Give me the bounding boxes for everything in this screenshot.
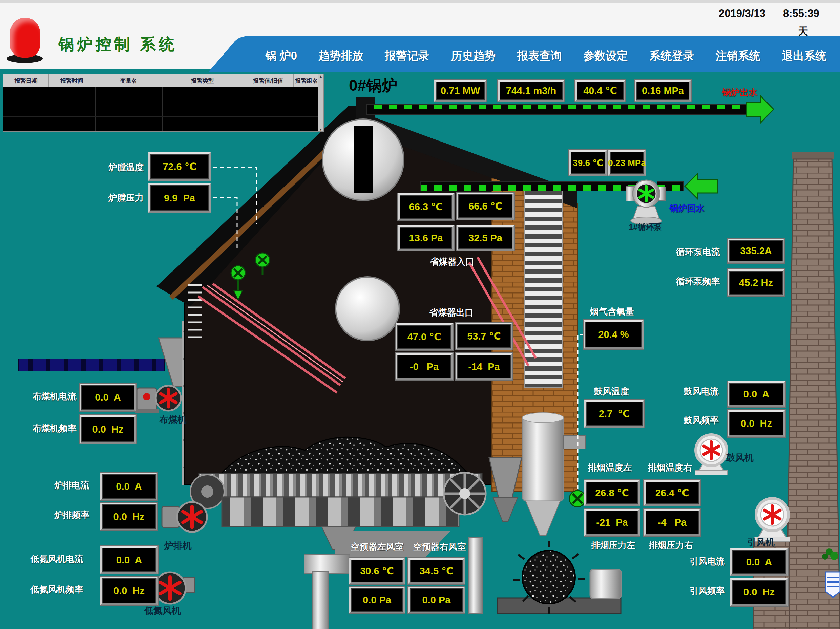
preheater-temp-right-display: 34.5 ℃ [408, 558, 465, 584]
furnace-temp-display: 72.6 ℃ [148, 152, 211, 181]
induced-frequency-label: 引风频率 [690, 585, 725, 597]
induced-frequency-display: 0.0 Hz [730, 578, 788, 606]
furnace-pressure-label: 炉膛压力 [108, 192, 144, 204]
exhaust-pressure-right-label: 排烟压力右 [649, 539, 693, 551]
eco-outlet-temp-left-display: 47.0 ℃ [396, 323, 453, 350]
blast-current-label: 鼓风电流 [684, 386, 719, 397]
feeder-frequency-label: 布煤机频率 [33, 422, 77, 434]
grate-name: 炉排机 [164, 540, 192, 552]
boiler-outlet-temp-display: 40.4 ℃ [575, 80, 625, 102]
grate-frequency-display: 0.0 Hz [100, 503, 158, 530]
coal-feeder-fan-icon[interactable] [135, 386, 181, 413]
menu-item-history-trend[interactable]: 历史趋势 [451, 49, 496, 64]
pump-frequency-label: 循环泵频率 [676, 276, 720, 287]
page-title: 锅炉控制 系统 [58, 34, 177, 55]
column-divider [95, 87, 96, 131]
eco-inlet-pressure-left-display: 13.6 Pa [398, 225, 454, 251]
boiler-name: 0#锅炉 [349, 75, 397, 96]
menu-item-exit[interactable]: 退出系统 [782, 49, 826, 64]
exhaust-pressure-left-label: 排烟压力左 [591, 539, 635, 551]
vendor-shield-logo [826, 572, 840, 597]
blast-current-display: 0.0 A [728, 381, 785, 407]
eco-outlet-temp-right-display: 53.7 ℃ [456, 323, 512, 350]
grate-frequency-label: 炉排频率 [54, 509, 89, 521]
feeder-current-display: 0.0 A [80, 383, 136, 411]
menu-item-parameter-setting[interactable]: 参数设定 [583, 49, 628, 64]
boiler-supply-pipe [366, 96, 774, 123]
menu-item-trend-discharge[interactable]: 趋势排放 [319, 49, 363, 64]
lownox-current-display: 0.0 A [100, 546, 158, 574]
pump-current-display: 335.2A [728, 239, 785, 263]
column-header: 报警组名 [294, 74, 320, 87]
furnace-temp-label: 炉膛温度 [108, 161, 144, 173]
blast-frequency-label: 鼓风频率 [684, 415, 719, 426]
feeder-name: 布煤机 [159, 414, 186, 426]
column-divider [162, 87, 163, 131]
menu-item-logout[interactable]: 注销系统 [716, 49, 760, 64]
feeder-current-label: 布煤机电流 [33, 391, 77, 402]
lownox-frequency-display: 0.0 Hz [100, 577, 158, 605]
induced-fan-icon[interactable] [755, 498, 790, 542]
column-divider [294, 87, 294, 131]
exhaust-temp-left-label: 排烟温度左 [588, 462, 632, 474]
preheater-temp-left-display: 30.6 ℃ [349, 558, 405, 584]
app-logo-icon [10, 17, 40, 58]
boiler-hmi-screen: 锅炉控制 系统 2019/3/13 8:55:39 天 锅 炉0 趋势排放 报警… [0, 0, 840, 629]
menu-item-alarm-record[interactable]: 报警记录 [385, 49, 429, 64]
eco-outlet-pressure-left-display: -0 Pa [396, 353, 453, 380]
menu-item-boiler0[interactable]: 锅 炉0 [265, 49, 297, 64]
preheater-left-label: 空预器左风室 [351, 541, 404, 553]
flue-oxygen-label: 烟气含氧量 [590, 306, 634, 318]
valve-icon[interactable] [569, 490, 586, 507]
exhaust-pressure-right-display: -4 Pa [644, 509, 701, 536]
lownox-name: 低氮风机 [144, 605, 181, 617]
preheater-right-label: 空预器右风室 [413, 541, 466, 553]
grate-current-label: 炉排电流 [54, 479, 89, 491]
eco-outlet-pressure-right-display: -14 Pa [456, 353, 512, 380]
pump-frequency-display: 45.2 Hz [728, 269, 785, 296]
low-nox-fan-icon[interactable] [155, 572, 194, 604]
grate-current-display: 0.0 A [100, 473, 158, 500]
exhaust-temp-right-display: 26.4 ℃ [644, 480, 701, 506]
return-pressure-display: 0.23 MPa [608, 150, 646, 176]
preheater-pressure-left-display: 0.0 Pa [349, 587, 405, 613]
exhaust-temp-left-display: 26.8 ℃ [584, 480, 640, 506]
blast-fan-icon[interactable] [695, 435, 728, 475]
supply-water-label: 锅炉出水 [722, 87, 757, 99]
lownox-frequency-label: 低氮风机频率 [30, 583, 83, 596]
top-bar: 锅炉控制 系统 2019/3/13 8:55:39 天 锅 炉0 趋势排放 报警… [0, 0, 840, 69]
menu-item-report-query[interactable]: 报表查询 [517, 49, 562, 64]
column-header: 报警值/旧值 [243, 74, 294, 87]
lownox-current-label: 低氮风机电流 [30, 553, 83, 565]
alarm-table-scrollbar[interactable]: ▲▼ [318, 74, 323, 131]
weather-label: 天 [798, 24, 808, 38]
blast-frequency-display: 0.0 Hz [728, 410, 785, 437]
feeder-frequency-display: 0.0 Hz [80, 415, 136, 444]
column-header: 报警类型 [162, 74, 243, 87]
eco-outlet-label: 省煤器出口 [429, 307, 474, 318]
eco-inlet-temp-right-display: 66.6 ℃ [456, 192, 514, 220]
menu-item-system-login[interactable]: 系统登录 [649, 49, 694, 64]
column-header: 报警日期 [3, 74, 49, 87]
circulation-pump-label: 1#循环泵 [628, 222, 662, 233]
exhaust-pressure-left-display: -21 Pa [584, 509, 640, 536]
alarm-table[interactable]: 报警日期 报警时间 变量名 报警类型 报警值/旧值 报警组名 ▲▼ [3, 74, 324, 132]
preheater-pressure-right-display: 0.0 Pa [408, 587, 465, 613]
induced-fan-name: 引风机 [747, 536, 775, 549]
induced-current-display: 0.0 A [730, 549, 788, 575]
flue-oxygen-display: 20.4 % [584, 320, 644, 349]
furnace-pressure-display: 9.9 Pa [148, 183, 211, 213]
blast-temp-display: 2.7 ℃ [584, 400, 644, 427]
exhaust-temp-right-label: 排烟温度右 [648, 462, 692, 474]
return-temp-display: 39.6 ℃ [569, 150, 607, 176]
grate-fan-icon[interactable] [162, 502, 207, 532]
column-divider [49, 87, 49, 131]
induced-current-label: 引风电流 [690, 555, 725, 568]
circulation-pump-icon[interactable] [626, 180, 665, 224]
pump-current-label: 循环泵电流 [676, 246, 720, 258]
column-header: 变量名 [95, 74, 162, 87]
slag-crusher [497, 541, 621, 614]
eco-inlet-pressure-right-display: 32.5 Pa [456, 225, 514, 251]
date-display: 2019/3/13 [719, 8, 766, 20]
boiler-outlet-pressure-display: 0.16 MPa [635, 80, 691, 102]
